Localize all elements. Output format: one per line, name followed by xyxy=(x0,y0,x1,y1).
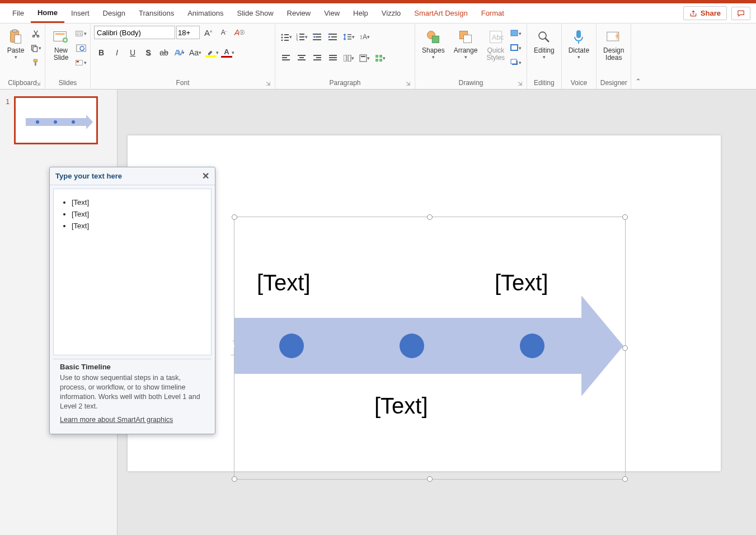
timeline-text-1[interactable]: [Text] xyxy=(257,270,311,295)
svg-rect-54 xyxy=(361,56,365,57)
thumbnail-dot xyxy=(72,120,75,124)
tab-vizzlo[interactable]: Vizzlo xyxy=(375,4,407,22)
svg-rect-22 xyxy=(284,40,289,41)
tab-animations[interactable]: Animations xyxy=(181,4,230,22)
text-pane-item[interactable]: [Text] xyxy=(72,222,203,230)
numbering-button[interactable]: 123▾ xyxy=(294,30,309,44)
resize-handle[interactable] xyxy=(622,214,628,220)
reset-slide-button[interactable] xyxy=(76,43,87,54)
italic-button[interactable]: I xyxy=(110,46,124,59)
new-slide-icon xyxy=(52,28,70,46)
quick-styles-button: Abc Quick Styles xyxy=(483,26,508,64)
paste-button[interactable]: Paste ▾ xyxy=(3,26,28,62)
close-icon[interactable]: ✕ xyxy=(202,171,209,181)
align-text-button[interactable]: ▾ xyxy=(357,51,372,65)
shadow-button[interactable]: S xyxy=(141,46,156,59)
svg-text:↕A: ↕A xyxy=(359,33,367,41)
shapes-button[interactable]: Shapes▾ xyxy=(419,26,448,62)
tab-view[interactable]: View xyxy=(317,4,346,22)
text-pane-item[interactable]: [Text] xyxy=(72,210,203,218)
arrange-button[interactable]: Arrange▾ xyxy=(450,26,481,62)
cut-button[interactable] xyxy=(30,28,41,39)
tab-review[interactable]: Review xyxy=(280,4,318,22)
svg-rect-35 xyxy=(348,34,351,35)
format-painter-button[interactable] xyxy=(30,57,41,68)
decrease-indent-button[interactable] xyxy=(310,30,325,44)
dialog-launcher-icon[interactable]: ⇲ xyxy=(266,81,270,87)
editing-button[interactable]: Editing▾ xyxy=(530,26,558,62)
justify-button[interactable] xyxy=(326,51,340,65)
timeline-arrow-head xyxy=(581,295,623,396)
layout-button[interactable]: ▾ xyxy=(76,28,87,39)
change-case-button[interactable]: Aa▾ xyxy=(188,46,203,59)
dialog-launcher-icon[interactable]: ⇲ xyxy=(406,81,410,87)
align-center-button[interactable] xyxy=(294,51,309,65)
section-button[interactable]: ▾ xyxy=(76,57,87,68)
tab-help[interactable]: Help xyxy=(346,4,375,22)
ribbon-tabstrip: File Home Insert Design Transitions Anim… xyxy=(0,3,756,24)
learn-more-link[interactable]: Learn more about SmartArt graphics xyxy=(60,416,205,424)
smartart-selection-frame[interactable]: ▸ [Text] [Text] [Text] xyxy=(234,217,626,480)
timeline-text-2[interactable]: [Text] xyxy=(374,393,428,419)
columns-button[interactable]: ▾ xyxy=(341,51,356,65)
svg-rect-20 xyxy=(284,37,289,38)
tab-slideshow[interactable]: Slide Show xyxy=(230,4,280,22)
font-name-select[interactable] xyxy=(94,26,175,39)
svg-rect-60 xyxy=(433,36,439,43)
text-pane-list[interactable]: [Text] [Text] [Text] xyxy=(53,189,212,355)
svg-rect-40 xyxy=(282,57,287,58)
font-size-select[interactable] xyxy=(176,26,200,39)
tab-format[interactable]: Format xyxy=(475,4,511,22)
copy-button[interactable]: ▾ xyxy=(30,43,41,54)
shape-outline-button[interactable]: ▾ xyxy=(510,43,522,54)
resize-handle[interactable] xyxy=(232,476,237,482)
decrease-font-button[interactable]: Aˇ xyxy=(217,26,231,39)
character-spacing-button[interactable]: AV▾ xyxy=(172,46,187,59)
align-left-button[interactable] xyxy=(279,51,293,65)
shape-fill-button[interactable]: ▾ xyxy=(510,28,522,39)
tab-file[interactable]: File xyxy=(6,4,31,22)
text-direction-button[interactable]: ↕A▾ xyxy=(357,30,372,44)
dialog-launcher-icon[interactable]: ⇲ xyxy=(518,81,522,87)
tab-smartart-design[interactable]: SmartArt Design xyxy=(407,4,474,22)
slide-canvas[interactable]: ▸ [Text] [Text] [Text] xyxy=(128,135,721,471)
timeline-dot-2[interactable] xyxy=(400,334,424,358)
comments-button[interactable] xyxy=(731,7,750,20)
clear-formatting-button[interactable]: Aⓧ xyxy=(232,26,247,39)
increase-font-button[interactable]: A^ xyxy=(201,26,215,39)
text-pane-item[interactable]: [Text] xyxy=(72,198,203,207)
shape-effects-button[interactable]: ▾ xyxy=(510,57,522,68)
resize-handle[interactable] xyxy=(427,214,433,220)
tab-insert[interactable]: Insert xyxy=(64,4,96,22)
timeline-dot-1[interactable] xyxy=(279,334,304,358)
highlight-button[interactable]: ▾ xyxy=(204,46,218,59)
new-slide-button[interactable]: New Slide xyxy=(49,26,73,64)
share-button[interactable]: Share xyxy=(683,6,727,20)
dialog-launcher-icon[interactable]: ⇲ xyxy=(36,81,40,87)
underline-button[interactable]: U xyxy=(125,46,140,59)
design-ideas-button[interactable]: Design Ideas xyxy=(600,26,627,64)
shapes-label: Shapes xyxy=(422,47,445,54)
convert-smartart-button[interactable]: ▾ xyxy=(373,51,387,65)
bold-button[interactable]: B xyxy=(94,46,109,59)
tab-transitions[interactable]: Transitions xyxy=(132,4,181,22)
timeline-text-3[interactable]: [Text] xyxy=(495,270,548,295)
smartart-text-pane[interactable]: Type your text here ✕ [Text] [Text] [Tex… xyxy=(49,167,215,434)
line-spacing-button[interactable]: ▾ xyxy=(341,30,356,44)
slide-thumbnail-1[interactable] xyxy=(14,96,98,144)
tab-home[interactable]: Home xyxy=(31,4,64,23)
strikethrough-button[interactable]: ab xyxy=(157,46,171,59)
tab-design[interactable]: Design xyxy=(96,4,132,22)
collapse-ribbon-button[interactable]: ⌃ xyxy=(631,24,645,89)
timeline-dot-3[interactable] xyxy=(520,334,544,358)
dictate-button[interactable]: Dictate▾ xyxy=(565,26,593,62)
align-right-button[interactable] xyxy=(310,51,325,65)
resize-handle[interactable] xyxy=(232,214,237,220)
increase-indent-button[interactable] xyxy=(326,30,340,44)
group-label-font: Font⇲ xyxy=(94,78,271,88)
resize-handle[interactable] xyxy=(622,476,628,482)
font-color-button[interactable]: A▾ xyxy=(219,46,234,59)
resize-handle[interactable] xyxy=(427,476,433,482)
bullets-button[interactable]: ▾ xyxy=(279,30,293,44)
svg-point-19 xyxy=(281,37,283,39)
